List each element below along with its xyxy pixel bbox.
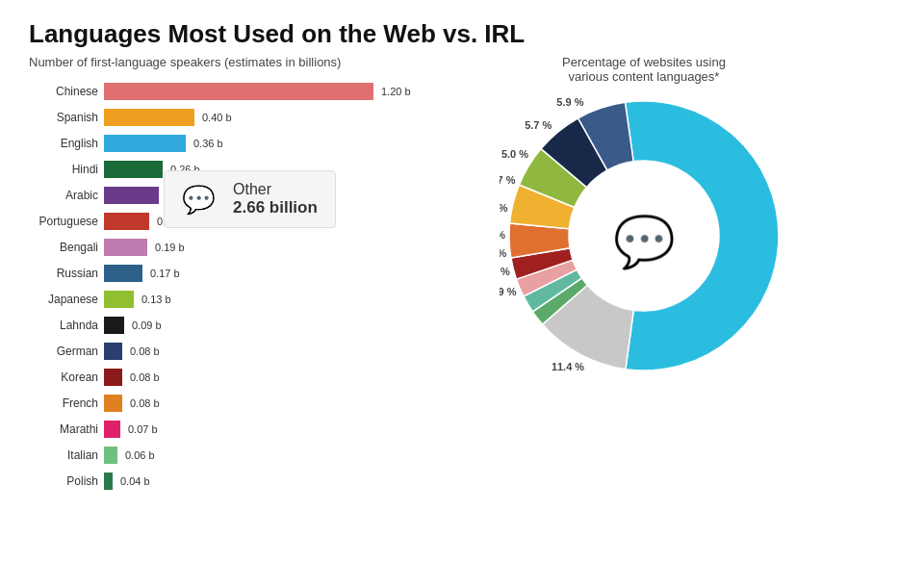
bar-value: 0.06 b [125,449,155,461]
bar-row: Russian0.17 b [29,263,373,284]
bar [104,317,124,334]
bar [104,187,159,204]
donut-label: 5.0 % [501,148,528,160]
donut-label: 5.7 % [525,119,552,131]
bar-row: Marathi0.07 b [29,419,373,440]
bar-label: English [29,137,104,150]
bar [104,291,134,308]
donut-label: 11.4 % [552,361,584,372]
bar-label: Marathi [29,422,104,436]
bar-value: 0.36 b [193,138,223,149]
bar-container: 0.08 b [104,343,373,360]
bar-value: 0.08 b [130,371,160,383]
bar-container: 1.20 b [104,83,373,100]
bar-label: Russian [29,267,104,280]
bar [104,421,120,438]
bar [104,109,194,126]
bar-value: 0.08 b [130,397,160,409]
donut-label: 5.9 % [556,96,583,108]
donut-label: 4.7 % [500,174,516,186]
donut-label: 2.1 % [500,266,510,277]
bar-value: 0.07 b [128,423,158,435]
bar-container: 0.08 b [104,395,373,412]
bar-value: 0.04 b [120,475,150,487]
donut-chart-section: Percentage of websites usingvarious cont… [393,55,895,497]
bar-label: Bengali [29,241,104,254]
tooltip-label: Other [233,181,318,198]
bar-row: Bengali0.19 b [29,237,373,258]
bar-container: 0.17 b [104,265,373,282]
donut-title: Percentage of websites usingvarious cont… [562,55,726,84]
bar [104,447,117,464]
bar-value: 0.08 b [130,345,160,357]
page-title: Languages Most Used on the Web vs. IRL [29,19,895,49]
bar-container: 0.19 b [104,239,373,256]
bar-value: 0.40 b [202,112,232,123]
tooltip-value: 2.66 billion [233,198,318,217]
bar-label: Spanish [29,111,104,124]
donut-label: 4.1 % [500,202,508,214]
bar-label: Arabic [29,189,104,202]
donut-label: 1.9 % [500,286,517,297]
bar [104,343,122,360]
bar [104,213,149,230]
bar [104,161,163,178]
bar-label: Japanese [29,293,104,306]
donut-label: 2.6 % [500,229,505,241]
bar-label: Chinese [29,85,104,98]
bar-value: 0.19 b [155,242,185,253]
bar-row: Japanese0.13 b [29,289,373,310]
bar-value: 0.13 b [141,294,171,305]
bar [104,473,113,490]
bar-row: Polish0.04 b [29,471,373,492]
bar-value: 0.09 b [132,320,162,331]
bar-chart-section: Number of first-language speakers (estim… [29,55,373,497]
bar-container: 0.13 b [104,291,373,308]
bar-container: 0.40 b [104,109,373,126]
bar [104,83,373,100]
bar-row: Spanish0.40 b [29,107,373,128]
bar-row: German0.08 b [29,341,373,362]
bar-row: English0.36 b [29,133,373,154]
bar-chart-subtitle: Number of first-language speakers (estim… [29,55,373,69]
bar-container: 0.07 b [104,421,373,438]
bar-label: Hindi [29,163,104,176]
bar-container: 0.08 b [104,369,373,386]
bar-row: Italian0.06 b [29,445,373,466]
bar-label: Portuguese [29,215,104,228]
bar-value: 0.17 b [150,268,180,279]
bar-row: French0.08 b [29,393,373,414]
bar [104,135,186,152]
bar [104,395,122,412]
bar-container: 0.04 b [104,473,373,490]
bar-container: 0.06 b [104,447,373,464]
bar-label: German [29,345,104,358]
donut-chart-wrapper: 54.4 %11.4 %1.9 %2.1 %2.2 %2.6 %4.1 %4.7… [500,91,788,380]
bar-label: Polish [29,474,104,488]
bar-label: French [29,396,104,410]
bar [104,369,122,386]
donut-svg: 54.4 %11.4 %1.9 %2.1 %2.2 %2.6 %4.1 %4.7… [500,91,788,380]
tooltip-icon: 💬 [182,184,216,216]
tooltip-box: 💬 Other 2.66 billion [164,170,336,228]
bar [104,265,142,282]
bar-label: Italian [29,448,104,462]
bar-row: Lahnda0.09 b [29,315,373,336]
bar-label: Lahnda [29,319,104,332]
donut-label: 54.4 % [667,91,700,93]
bar-container: 0.36 b [104,135,373,152]
donut-label: 2.2 % [500,247,506,259]
bar-chart: Chinese1.20 bSpanish0.40 bEnglish0.36 bH… [29,81,373,492]
bar [104,239,147,256]
bar-row: Chinese1.20 b [29,81,373,102]
donut-chat-icon: 💬 [613,212,676,271]
bar-label: Korean [29,371,104,384]
bar-row: Korean0.08 b [29,367,373,388]
bar-container: 0.09 b [104,317,373,334]
